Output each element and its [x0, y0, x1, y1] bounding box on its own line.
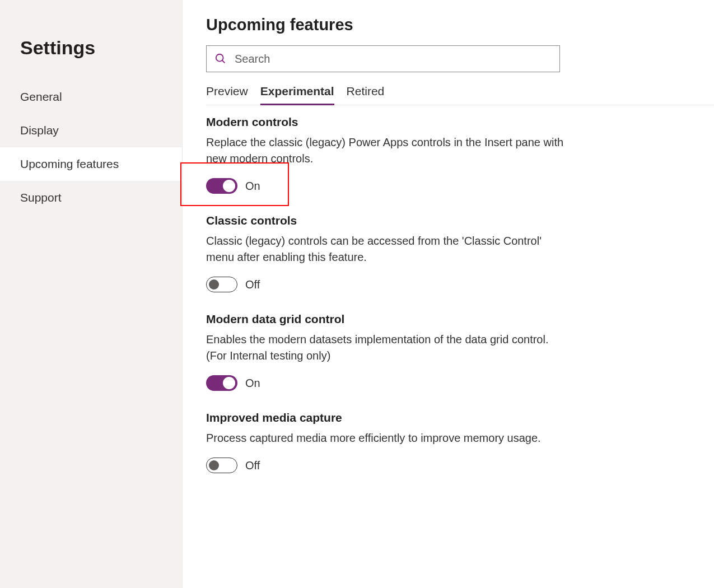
- search-icon: [214, 53, 227, 65]
- toggle-modern-data-grid[interactable]: [206, 375, 237, 391]
- sidebar-item-general[interactable]: General: [0, 80, 182, 114]
- toggle-label: Off: [245, 459, 260, 472]
- main-content: Upcoming features Preview Experimental R…: [183, 0, 714, 588]
- feature-description: Replace the classic (legacy) Power Apps …: [206, 134, 564, 167]
- toggle-knob: [223, 180, 235, 192]
- tab-retired[interactable]: Retired: [347, 85, 385, 105]
- feature-title: Modern data grid control: [206, 312, 564, 326]
- feature-title: Modern controls: [206, 115, 564, 129]
- toggle-row: Off: [206, 277, 564, 292]
- page-title: Upcoming features: [206, 16, 714, 34]
- toggle-label: On: [245, 180, 260, 193]
- feature-title: Improved media capture: [206, 411, 564, 424]
- feature-description: Process captured media more efficiently …: [206, 430, 564, 446]
- tab-preview[interactable]: Preview: [206, 85, 248, 105]
- search-input[interactable]: [235, 53, 552, 66]
- svg-point-0: [216, 54, 223, 62]
- feature-classic-controls: Classic controls Classic (legacy) contro…: [206, 214, 564, 292]
- toggle-row: On: [206, 375, 564, 391]
- tab-experimental[interactable]: Experimental: [260, 85, 334, 105]
- toggle-improved-media-capture[interactable]: [206, 458, 237, 473]
- toggle-knob: [209, 279, 219, 290]
- svg-line-1: [222, 60, 225, 63]
- toggle-row: On: [206, 178, 564, 194]
- sidebar-item-upcoming-features[interactable]: Upcoming features: [0, 147, 182, 181]
- feature-modern-controls: Modern controls Replace the classic (leg…: [206, 115, 564, 194]
- sidebar-item-display[interactable]: Display: [0, 114, 182, 147]
- feature-improved-media-capture: Improved media capture Process captured …: [206, 411, 564, 473]
- sidebar: Settings General Display Upcoming featur…: [0, 0, 183, 588]
- feature-description: Classic (legacy) controls can be accesse…: [206, 233, 564, 265]
- sidebar-title: Settings: [0, 27, 182, 80]
- toggle-label: Off: [245, 278, 260, 291]
- search-box[interactable]: [206, 45, 560, 72]
- feature-modern-data-grid: Modern data grid control Enables the mod…: [206, 312, 564, 391]
- feature-title: Classic controls: [206, 214, 564, 227]
- toggle-modern-controls[interactable]: [206, 178, 237, 194]
- feature-description: Enables the modern datasets implementati…: [206, 332, 564, 364]
- sidebar-item-support[interactable]: Support: [0, 181, 182, 214]
- toggle-knob: [223, 377, 235, 389]
- toggle-knob: [209, 460, 219, 470]
- toggle-label: On: [245, 377, 260, 390]
- toggle-row: Off: [206, 458, 564, 473]
- toggle-classic-controls[interactable]: [206, 277, 237, 292]
- tabs: Preview Experimental Retired: [206, 85, 714, 105]
